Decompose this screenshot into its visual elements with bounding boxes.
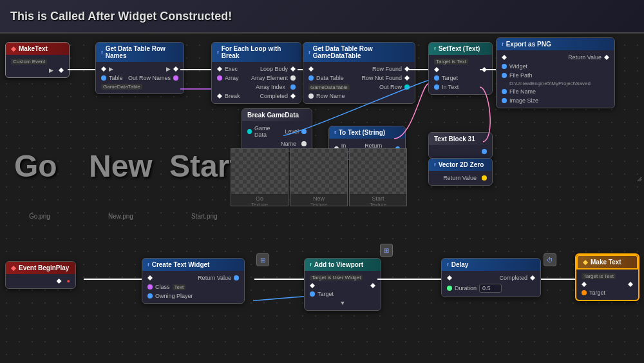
canvas-sublabel-go: Go.png [29, 213, 50, 220]
node-body: Exec Loop Body Array Array Element Array… [212, 62, 301, 103]
pin-exec-out [59, 68, 64, 73]
node-body: Row Found Data Table Row Not Found GameD… [303, 62, 415, 103]
node-body: Return Value [429, 171, 492, 185]
node-break-game-data: Break GameData Game Data Level Name [242, 108, 312, 152]
node-body: Completed Duration [442, 271, 540, 297]
resize-handle [636, 176, 643, 182]
node-event-begin-play: ◆ Event BeginPlay ● [5, 261, 76, 289]
node-header: f Add to Viewport [305, 259, 381, 271]
node-add-to-viewport: f Add to Viewport Target is User Widget … [304, 258, 381, 311]
texture-preview-go: Go Texture [231, 148, 289, 206]
node-get-data-table-row: f Get Data Table Row GameDataTable Row F… [303, 42, 415, 104]
canvas-sublabel-start: Start.png [191, 213, 218, 220]
texture-preview-new: New Texture [290, 148, 348, 206]
pin-exec-in [217, 66, 222, 72]
pin-completed [290, 93, 296, 99]
node-body: Game Data Level Name [242, 121, 312, 151]
node-export-png: f Export as PNG Return Value Widget File… [496, 37, 615, 108]
pin-row-names-out [173, 75, 178, 81]
pin-break-in [217, 93, 222, 99]
node-body: Target is Text Target In Text [429, 55, 492, 94]
viewport-icon-2: ⊞ [380, 244, 393, 257]
node-for-each-loop: f For Each Loop with Break Exec Loop Bod… [211, 42, 301, 104]
node-header: Break GameData [242, 109, 312, 121]
texture-preview-start: Start Texture [349, 148, 407, 206]
header-title: This is Called After Widget Constructed! [10, 10, 232, 23]
pin-exec-in [101, 66, 106, 72]
node-get-data-table-row-names: f Get Data Table Row Names ▶ ▶ Table Out… [95, 42, 184, 94]
node-body: Return Value Widget File Path D:\UnrealE… [497, 50, 614, 108]
viewport-icon-1: ⊞ [256, 253, 269, 266]
pin-table-in [101, 75, 106, 81]
node-header: f SetText (Text) [429, 43, 492, 55]
pin-exec-out [173, 66, 178, 72]
canvas-label-start: Start [169, 148, 240, 184]
node-body [429, 145, 492, 158]
header-banner: This is Called After Widget Constructed! [0, 0, 644, 34]
canvas-label-go: Go [14, 148, 57, 184]
node-header: f To Text (String) [329, 126, 405, 139]
node-header: f Get Data Table Row Names [96, 43, 184, 62]
node-body: Return Value Class Text Owning Player [142, 271, 244, 303]
node-set-text: f SetText (Text) Target is Text Target I… [428, 42, 493, 95]
pin-array-index [290, 84, 296, 90]
node-body: Custom Event ▶ [6, 55, 69, 77]
node-make-text-target: ◆ Make Text Target is Text Target [575, 253, 639, 301]
pin-array-in [217, 75, 222, 81]
node-header: f Get Data Table Row GameDataTable [303, 43, 415, 62]
node-make-text: ◆ MakeText Custom Event ▶ [5, 42, 70, 78]
node-header: f Create Text Widget [142, 259, 244, 271]
pin-loop-body [290, 66, 296, 72]
node-header: ◆ Make Text [576, 255, 638, 270]
node-body: ▶ ▶ Table Out Row Names GameDataTable [96, 62, 184, 93]
clock-icon: ⏱ [544, 253, 556, 266]
node-header: f Delay [442, 259, 540, 271]
node-header: f For Each Loop with Break [212, 43, 301, 62]
node-body: Target is Text Target [576, 270, 638, 300]
node-header: f Vector 2D Zero [429, 159, 492, 171]
node-header: ◆ Event BeginPlay [6, 262, 75, 274]
node-vector2d-zero: f Vector 2D Zero Return Value [428, 158, 493, 186]
node-text-block-31: Text Block 31 [428, 132, 493, 159]
canvas-sublabel-new: New.png [108, 213, 133, 220]
node-create-text-widget: f Create Text Widget Return Value Class … [142, 258, 245, 304]
node-header: Text Block 31 [429, 133, 492, 145]
node-header: ◆ MakeText [6, 43, 69, 55]
duration-input[interactable] [479, 284, 502, 293]
node-delay: f Delay Completed Duration [441, 258, 541, 297]
canvas-label-new: New [89, 148, 153, 184]
node-body: Target is User Widget Target ▼ [305, 271, 381, 310]
node-header: f Export as PNG [497, 38, 614, 50]
pin-array-element [290, 75, 296, 81]
node-body: ● [6, 274, 75, 288]
